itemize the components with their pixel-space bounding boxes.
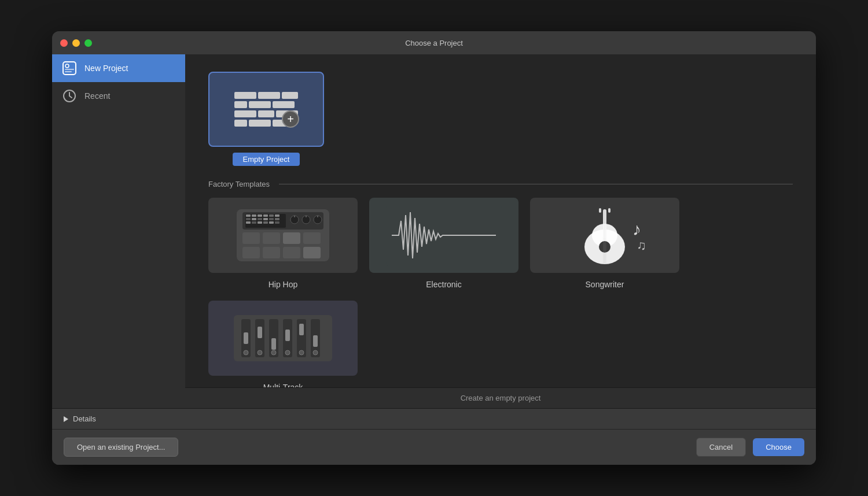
songwriter-label: Songwriter: [586, 280, 624, 289]
svg-rect-34: [263, 247, 280, 258]
status-text: Create an empty project: [461, 394, 541, 402]
svg-point-66: [258, 350, 262, 355]
titlebar: Choose a Project: [52, 31, 816, 54]
hip-hop-card[interactable]: Hip Hop: [208, 198, 358, 289]
maximize-button[interactable]: [84, 39, 92, 47]
sidebar-recent-label: Recent: [84, 91, 110, 101]
factory-templates-header: Factory Templates: [208, 180, 793, 188]
svg-rect-11: [263, 214, 268, 217]
empty-project-label: Empty Project: [233, 153, 300, 166]
svg-rect-60: [285, 330, 290, 341]
multi-track-thumbnail: [208, 301, 358, 376]
status-bar: Create an empty project: [185, 387, 816, 408]
sidebar-item-recent[interactable]: Recent: [52, 82, 185, 110]
sidebar-item-new-project[interactable]: New Project: [52, 54, 185, 82]
details-row[interactable]: Details: [52, 409, 816, 429]
hip-hop-label: Hip Hop: [269, 280, 298, 289]
content-scroll: + Empty Project Factory Templates: [185, 54, 816, 387]
electronic-card[interactable]: Electronic: [369, 198, 518, 289]
choose-button[interactable]: Choose: [753, 438, 804, 456]
svg-rect-2: [65, 69, 74, 70]
templates-grid: Hip Hop Electronic: [208, 198, 793, 387]
svg-rect-23: [263, 221, 268, 224]
svg-point-65: [244, 350, 248, 355]
section-divider: [279, 184, 793, 184]
svg-rect-20: [246, 221, 251, 224]
svg-rect-8: [246, 214, 251, 217]
empty-project-thumbnail: +: [208, 72, 324, 147]
svg-rect-17: [263, 218, 268, 220]
svg-rect-30: [263, 232, 280, 244]
sidebar: New Project Recent: [52, 54, 185, 408]
svg-rect-12: [269, 214, 274, 217]
svg-rect-31: [283, 232, 300, 244]
hip-hop-thumbnail: [208, 198, 358, 273]
svg-rect-35: [283, 247, 300, 258]
electronic-label: Electronic: [426, 280, 461, 289]
empty-project-section: + Empty Project: [208, 72, 793, 166]
svg-text:♪: ♪: [632, 220, 641, 239]
close-button[interactable]: [60, 39, 68, 47]
svg-rect-13: [275, 214, 279, 217]
svg-rect-64: [313, 335, 318, 347]
svg-rect-18: [269, 218, 274, 220]
svg-rect-0: [63, 62, 76, 75]
svg-rect-48: [599, 208, 601, 213]
traffic-lights: [60, 39, 92, 47]
svg-rect-3: [65, 71, 72, 72]
svg-rect-29: [242, 232, 260, 244]
details-label: Details: [73, 414, 96, 423]
songwriter-card[interactable]: ♪ ♫ Songwriter: [530, 198, 679, 289]
svg-rect-9: [252, 214, 256, 217]
svg-point-1: [65, 64, 69, 68]
details-triangle-icon: [64, 416, 68, 422]
plus-icon: +: [282, 110, 299, 128]
multi-track-card[interactable]: Multi-Track: [208, 301, 358, 387]
multi-track-label: Multi-Track: [263, 383, 303, 387]
svg-rect-16: [258, 218, 262, 220]
main-content: New Project Recent: [52, 54, 816, 408]
bottom-area: Details Open an existing Project... Canc…: [52, 408, 816, 465]
svg-rect-24: [269, 221, 274, 224]
minimize-button[interactable]: [72, 39, 80, 47]
svg-rect-58: [271, 338, 276, 350]
svg-rect-25: [275, 221, 279, 224]
recent-icon: [61, 88, 78, 104]
footer: Open an existing Project... Cancel Choos…: [52, 429, 816, 465]
songwriter-thumbnail: ♪ ♫: [530, 198, 679, 273]
footer-right: Cancel Choose: [696, 438, 804, 457]
svg-point-69: [299, 350, 304, 355]
svg-text:♫: ♫: [637, 238, 646, 253]
svg-point-70: [313, 350, 318, 355]
brick-icon: +: [229, 86, 304, 132]
svg-rect-19: [275, 218, 279, 220]
factory-templates-title: Factory Templates: [208, 180, 270, 188]
electronic-thumbnail: [369, 198, 518, 273]
svg-rect-49: [608, 208, 610, 213]
cancel-button[interactable]: Cancel: [696, 438, 746, 457]
open-existing-button[interactable]: Open an existing Project...: [64, 438, 178, 457]
new-project-icon: [61, 60, 78, 76]
svg-rect-14: [246, 218, 251, 220]
svg-rect-21: [252, 221, 256, 224]
svg-rect-36: [303, 247, 321, 258]
svg-rect-10: [258, 214, 262, 217]
svg-point-67: [271, 350, 276, 355]
sidebar-new-project-label: New Project: [84, 64, 128, 73]
svg-rect-56: [258, 327, 262, 338]
window-title: Choose a Project: [405, 39, 463, 47]
svg-rect-54: [244, 332, 248, 344]
svg-rect-22: [258, 221, 262, 224]
factory-templates-section: Factory Templates: [208, 180, 793, 387]
content-area: + Empty Project Factory Templates: [185, 54, 816, 408]
svg-rect-32: [303, 232, 321, 244]
empty-project-card[interactable]: + Empty Project: [208, 72, 324, 166]
svg-rect-15: [252, 218, 256, 220]
svg-point-68: [285, 350, 290, 355]
svg-rect-33: [242, 247, 260, 258]
main-window: Choose a Project New Project: [52, 31, 816, 465]
svg-rect-62: [299, 324, 304, 335]
